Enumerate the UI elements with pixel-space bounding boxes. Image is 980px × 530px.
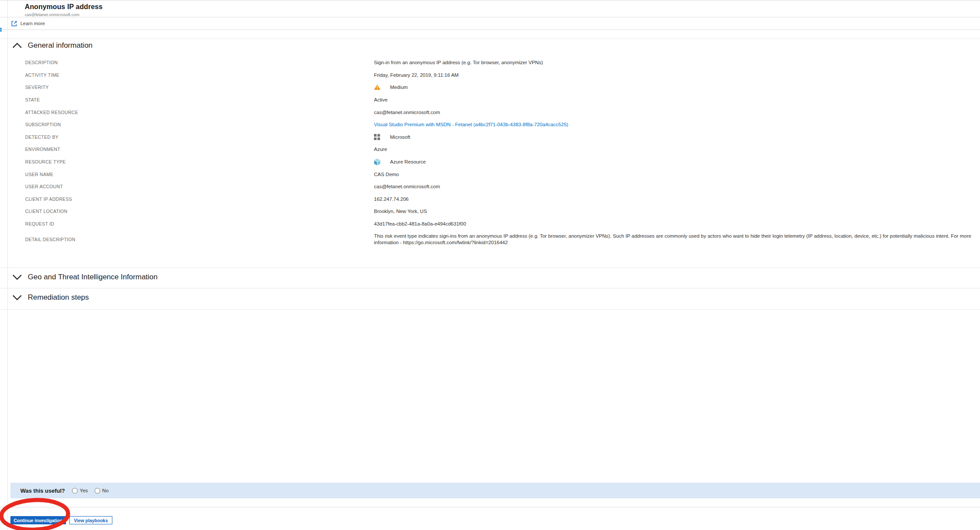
field-value: Brooklyn, New York, US: [374, 209, 427, 214]
field-row-environment: ENVIRONMENT Azure: [25, 143, 976, 156]
panel-left-border: [7, 0, 8, 530]
feedback-yes-radio[interactable]: [72, 488, 78, 494]
field-label: RESOURCE TYPE: [25, 159, 374, 164]
field-row-detail-description: DETAIL DESCRIPTION This risk event type …: [25, 230, 976, 249]
severity-value: Medium: [390, 85, 408, 90]
field-row-attacked-resource: ATTACKED RESOURCE cas@fetanet.onmicrosof…: [25, 106, 976, 118]
field-label: SUBSCRIPTION: [25, 122, 374, 127]
field-value: 162.247.74.206: [374, 196, 409, 202]
field-row-client-ip-address: CLIENT IP ADDRESS 162.247.74.206: [25, 193, 976, 206]
field-label: USER ACCOUNT: [25, 184, 374, 189]
microsoft-logo-icon: [374, 134, 381, 140]
section-header-geo-threat-intelligence[interactable]: Geo and Threat Intelligence Information: [12, 273, 157, 281]
field-row-state: STATE Active: [25, 94, 976, 106]
field-label: SEVERITY: [25, 85, 374, 90]
field-row-user-name: USER NAME CAS Demo: [25, 168, 976, 180]
field-row-activity-time: ACTIVITY TIME Friday, February 22, 2019,…: [25, 69, 976, 82]
field-row-request-id: REQUEST ID 43d17fea-cbb2-481a-8a0a-e494c…: [25, 218, 976, 230]
field-row-resource-type: RESOURCE TYPE Azure Resource: [25, 156, 976, 168]
general-information-fields: DESCRIPTION Sign-in from an anonymous IP…: [25, 56, 976, 249]
field-value: Medium: [374, 84, 408, 90]
field-label: ACTIVITY TIME: [25, 72, 374, 78]
section-title: Remediation steps: [28, 293, 89, 302]
field-value: 43d17fea-cbb2-481a-8a0a-e494cd631f00: [374, 221, 466, 226]
field-value: This risk event type indicates sign-ins …: [374, 233, 976, 246]
page-subtitle: cas@fetanet.onmicrosoft.com: [25, 12, 79, 17]
external-link-icon: [11, 20, 17, 27]
continue-investigation-button[interactable]: Continue investigation: [10, 516, 66, 524]
chevron-up-icon: [12, 43, 22, 49]
subscription-link[interactable]: Visual Studio Premium with MSDN - Fetane…: [374, 122, 568, 127]
section-title: General information: [28, 41, 92, 50]
field-label: CLIENT LOCATION: [25, 209, 374, 214]
field-label: DESCRIPTION: [25, 60, 374, 65]
view-playbooks-button[interactable]: View playbooks: [69, 516, 112, 524]
learn-more-link[interactable]: Learn more: [11, 19, 45, 28]
field-value: Azure Resource: [374, 158, 426, 166]
chevron-down-icon: [12, 294, 22, 301]
section-header-general-information[interactable]: General information: [12, 41, 92, 50]
page-title: Anonymous IP address: [25, 3, 103, 11]
field-value: Friday, February 22, 2019, 9:11:16 AM: [374, 72, 459, 78]
field-label: STATE: [25, 97, 374, 102]
divider: [0, 268, 980, 268]
field-label: CLIENT IP ADDRESS: [25, 196, 374, 202]
resource-type-value: Azure Resource: [390, 159, 426, 164]
field-label: REQUEST ID: [25, 221, 374, 226]
divider: [0, 507, 980, 507]
field-value: Microsoft: [374, 134, 410, 140]
field-value: cas@fetanet.onmicrosoft.com: [374, 184, 440, 189]
feedback-question: Was this useful?: [20, 487, 65, 494]
field-value: cas@fetanet.onmicrosoft.com: [374, 110, 440, 115]
divider: [0, 39, 980, 39]
field-label: ENVIRONMENT: [25, 147, 374, 152]
field-row-severity: SEVERITY Medium: [25, 81, 976, 94]
field-value: Sign-in from an anonymous IP address (e.…: [374, 60, 543, 65]
feedback-yes-label[interactable]: Yes: [80, 488, 88, 493]
warning-triangle-icon: [374, 84, 381, 90]
feedback-no-radio[interactable]: [95, 488, 100, 494]
field-row-detected-by: DETECTED BY Microsoft: [25, 131, 976, 144]
field-value: Azure: [374, 147, 387, 152]
feedback-bar: Was this useful? Yes No: [10, 483, 980, 498]
field-label: ATTACKED RESOURCE: [25, 110, 374, 115]
field-label: USER NAME: [25, 172, 374, 177]
section-header-remediation-steps[interactable]: Remediation steps: [12, 293, 89, 302]
detected-by-value: Microsoft: [390, 134, 410, 140]
field-row-user-account: USER ACCOUNT cas@fetanet.onmicrosoft.com: [25, 180, 976, 193]
field-label: DETAIL DESCRIPTION: [25, 237, 374, 242]
learn-more-label: Learn more: [20, 21, 45, 26]
field-row-subscription: SUBSCRIPTION Visual Studio Premium with …: [25, 118, 976, 131]
field-row-description: DESCRIPTION Sign-in from an anonymous IP…: [25, 56, 976, 69]
divider: [0, 29, 980, 30]
divider: [0, 309, 980, 310]
field-label: DETECTED BY: [25, 134, 374, 140]
section-title: Geo and Threat Intelligence Information: [28, 273, 157, 281]
field-row-client-location: CLIENT LOCATION Brooklyn, New York, US: [25, 205, 976, 218]
divider: [0, 17, 980, 17]
field-value: Active: [374, 97, 387, 102]
alert-detail-page: Anonymous IP address cas@fetanet.onmicro…: [0, 0, 980, 530]
field-value: CAS Demo: [374, 172, 399, 177]
divider: [0, 288, 980, 288]
feedback-no-label[interactable]: No: [102, 488, 109, 493]
chevron-down-icon: [12, 274, 22, 280]
azure-resource-cube-icon: [374, 158, 381, 166]
